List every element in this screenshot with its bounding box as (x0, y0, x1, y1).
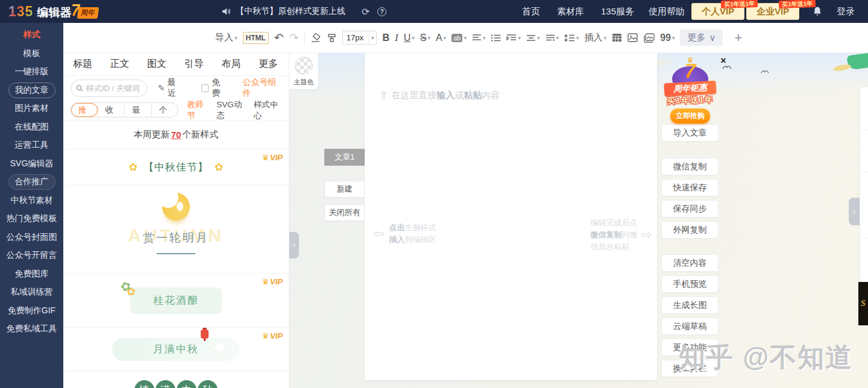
anniversary-promo-card[interactable]: ♛ 7 周年钜惠 买1年送1年 立即抢购 (661, 58, 720, 124)
mobile-preview-button[interactable]: 手机预览 (661, 275, 719, 293)
toolbar-more-button[interactable]: 更多∨ (680, 30, 723, 46)
switch-toolbar-button[interactable]: 换工具栏 (661, 360, 719, 377)
insert-dropdown[interactable]: 插入▾ (585, 32, 607, 43)
expand-right-panel-handle[interactable]: › (849, 198, 860, 225)
font-size-select[interactable]: 17px▾ (342, 31, 377, 45)
filter-svg-dynamic[interactable]: SVG动态 (216, 99, 245, 121)
style-item-festival-title[interactable]: ✿ 【中秋佳节】 ✿ ♛VIP (63, 149, 289, 186)
promo-close-icon[interactable]: × (718, 55, 729, 66)
sidebar-item-my-articles[interactable]: 我的文章 (0, 81, 63, 100)
sidebar-item-open-comments[interactable]: 公众号开留言 (0, 246, 63, 265)
clear-format-button[interactable] (310, 33, 321, 43)
sidebar-item-cover-images[interactable]: 公众号封面图 (0, 228, 63, 247)
sidebar-item-one-click-layout[interactable]: 一键排版 (0, 63, 63, 81)
sidebar-item-free-gallery[interactable]: 免费图库 (0, 265, 63, 284)
redo-button[interactable]: ↷ (289, 31, 299, 45)
quick-save-button[interactable]: 快速保存 (661, 179, 719, 196)
free-checkbox[interactable] (201, 84, 209, 92)
help-icon[interactable]: ? (377, 6, 386, 16)
app-logo[interactable]: 135 编辑器 (8, 4, 71, 20)
close-all-button[interactable]: 关闭所有 (324, 204, 365, 221)
undo-button[interactable]: ↶ (274, 31, 284, 45)
wechat-copy-button[interactable]: 微信复制 (661, 158, 719, 175)
sidebar-item-midautumn-materials[interactable]: 中秋节素材 (0, 192, 63, 210)
style-search-box[interactable] (71, 80, 147, 97)
indent-dropdown[interactable]: ▾ (506, 34, 521, 42)
login-link[interactable]: 登录 (837, 6, 855, 17)
filter-favorites[interactable]: 收藏 (98, 103, 125, 117)
filter-teachers-day[interactable]: 教师节 (187, 99, 208, 121)
tab-image-text[interactable]: 图文 (147, 58, 166, 70)
caret-down-icon: ▾ (427, 35, 430, 41)
article-tab[interactable]: 文章1 (324, 149, 365, 166)
style-item-circle-chars[interactable]: 情 满 中 秋 (63, 371, 289, 388)
line-height-dropdown[interactable]: ▾ (564, 34, 579, 42)
theme-color-picker[interactable] (295, 57, 313, 75)
style-search-input[interactable] (86, 84, 142, 93)
free-filter[interactable]: 免费 (201, 77, 227, 99)
sidebar-item-online-images[interactable]: 在线配图 (0, 118, 63, 137)
editor-content-area[interactable]: ⇧ 在这里直接输入或粘贴内容 ⇦ 点击左侧样式插入到编辑区 编辑完成后点微信复制… (365, 53, 657, 381)
generate-long-image-button[interactable]: 生成长图 (661, 296, 719, 314)
tab-layout[interactable]: 布局 (221, 58, 241, 70)
nav-help[interactable]: 使用帮助 (649, 6, 685, 17)
promo-buy-now-button[interactable]: 立即抢购 (670, 108, 710, 124)
nav-materials[interactable]: 素材库 (557, 6, 584, 17)
insert-gallery-button[interactable] (643, 33, 655, 43)
tab-guide[interactable]: 引导 (184, 58, 204, 70)
collapse-style-panel-handle[interactable]: ‹ (289, 232, 299, 258)
tab-body-text[interactable]: 正文 (110, 58, 130, 70)
sidebar-item-free-private-tools[interactable]: 免费私域工具 (0, 320, 63, 339)
cloud-draft-button[interactable]: 云端草稿 (661, 318, 719, 335)
sidebar-item-styles[interactable]: 样式 (0, 26, 63, 45)
sidebar-item-image-materials[interactable]: 图片素材 (0, 99, 63, 118)
sidebar-item-free-gif[interactable]: 免费制作GIF (0, 302, 63, 321)
style-item-full-moon[interactable]: 月满中秋 ♛VIP (63, 328, 289, 371)
official-account-components-link[interactable]: 公众号组件 (243, 77, 281, 99)
tab-title[interactable]: 标题 (73, 58, 92, 70)
refresh-icon[interactable]: ⟳ (362, 6, 370, 17)
clear-content-button[interactable]: 清空内容 (661, 254, 719, 272)
filter-personal[interactable]: 个人 (151, 103, 178, 117)
bell-icon[interactable] (813, 6, 822, 16)
filter-newest[interactable]: 最新 (124, 103, 151, 117)
insert-table-button[interactable] (612, 33, 622, 42)
html-source-button[interactable]: HTML (243, 32, 269, 44)
style-item-moon[interactable]: AUTUMN 赏一轮明月 (63, 186, 289, 274)
style-item-osmanthus[interactable]: ✿ ✿ 桂花酒酿 ♛VIP (63, 274, 289, 328)
sidebar-item-operation-tools[interactable]: 运营工具 (0, 136, 63, 155)
announcement[interactable]: 【中秋节】原创样式更新上线 (222, 6, 345, 17)
format-painter-button[interactable] (327, 33, 337, 43)
sidebar-item-cooperation[interactable]: 合作推广 (0, 173, 63, 192)
import-article-button[interactable]: 导入文章 (661, 124, 719, 142)
quote-dropdown[interactable]: 99 ▾ (660, 33, 675, 43)
bold-button[interactable]: B (382, 33, 389, 43)
nav-home[interactable]: 首页 (522, 6, 540, 17)
insert-image-button[interactable] (627, 33, 638, 42)
new-article-button[interactable]: 新建 (324, 181, 365, 198)
save-sync-button[interactable]: 保存同步 (661, 200, 719, 217)
italic-button[interactable]: I (395, 32, 398, 44)
paragraph-spacing-dropdown[interactable]: ▾ (526, 34, 540, 42)
align-dropdown[interactable]: ▾ (472, 34, 486, 42)
sidebar-item-svg-editor[interactable]: SVG编辑器 (0, 155, 63, 174)
underline-dropdown[interactable]: U▾ (404, 33, 415, 43)
tab-more[interactable]: 更多 (259, 58, 278, 70)
font-color-dropdown[interactable]: A▾ (436, 33, 446, 43)
nav-services[interactable]: 135服务 (601, 6, 634, 17)
external-copy-button[interactable]: 外网复制 (661, 221, 719, 239)
unordered-list-button[interactable] (491, 34, 501, 42)
recent-filter[interactable]: ✎ 最近 (158, 77, 182, 99)
sidebar-item-hot-free-templates[interactable]: 热门免费模板 (0, 210, 63, 228)
more-functions-button[interactable]: 更多功能 (661, 339, 719, 356)
strikethrough-dropdown[interactable]: S▾ (420, 33, 430, 43)
letter-spacing-dropdown[interactable]: ▾ (546, 34, 559, 42)
filter-recommended[interactable]: 推荐 (71, 103, 98, 117)
import-dropdown[interactable]: 导入▾ (215, 32, 237, 43)
sidebar-item-private-camp[interactable]: 私域训练营 (0, 283, 63, 302)
sidebar-item-templates[interactable]: 模板 (0, 45, 63, 63)
filter-style-center[interactable]: 样式中心 (254, 99, 281, 121)
bg-color-dropdown[interactable]: ab▾ (451, 34, 467, 42)
weekly-update-banner[interactable]: 本周更新70个新样式 (63, 120, 289, 149)
toolbar-add-button[interactable]: + (734, 30, 742, 46)
